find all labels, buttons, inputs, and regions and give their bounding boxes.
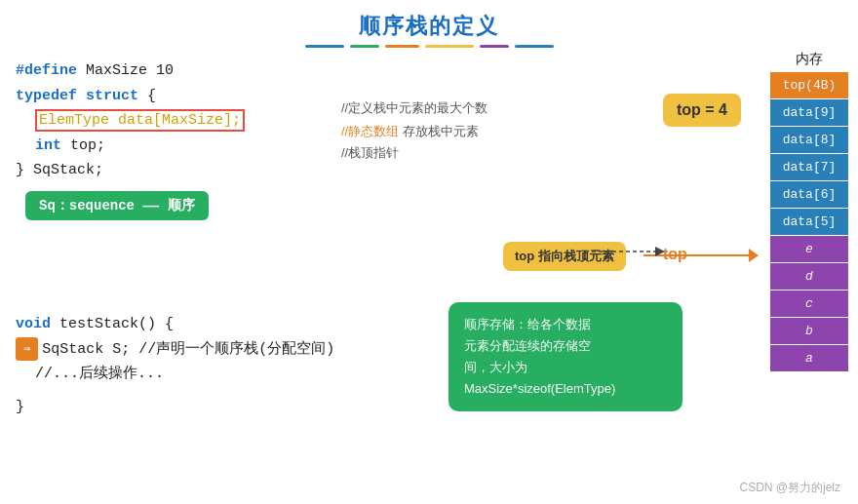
sqstack-code: SqStack S; //声明一个顺序栈(分配空间) [42,337,334,363]
arrow-head [749,249,759,262]
mem-cell-top: top(4B) [770,72,848,99]
memory-column: 内存 top(4B) data[9] data[8] data[7] data[… [770,51,848,372]
mem-cell-data7: data[7] [770,154,848,181]
green-info-line3: 间，大小为 [464,360,527,374]
mem-cell-data9: data[9] [770,99,848,127]
memory-label: 内存 [770,51,848,68]
mem-cell-a: a [770,345,848,372]
underline-blue [305,45,344,48]
close-void: } [16,395,454,420]
comment-data: //静态数组 存放栈中元素 [341,121,488,142]
svg-marker-1 [655,247,665,256]
mem-cell-c: c [770,291,848,318]
comment-ops: //...后续操作... [35,362,454,387]
mem-cell-e: e [770,236,848,263]
green-info-line1: 顺序存储：给各个数据 [464,317,591,331]
comment-data-rest: 存放栈中元素 [403,124,479,138]
mem-cell-d: d [770,263,848,291]
mem-cell-b: b [770,318,848,345]
mem-cell-data8: data[8] [770,127,848,154]
top-var: top; [70,137,105,154]
watermark: CSDN @努力的jelz [739,480,840,496]
struct-kw: struct [86,88,138,104]
underline-blue2 [515,45,554,48]
comment-top: //栈顶指针 [341,142,488,164]
green-info-line4: MaxSize*sizeof(ElemType) [464,381,615,396]
green-badge: Sq：sequence —— 顺序 [25,191,209,220]
sqstack-line: ⇒ SqStack S; //声明一个顺序栈(分配空间) [16,337,454,363]
green-info-line2: 元素分配连续的存储空 [464,338,591,353]
static-label: //静态数组 [341,124,399,138]
define-rest: MaxSize 10 [86,62,174,79]
title-underline [0,45,858,48]
title-area: 顺序栈的定义 [0,0,858,48]
bottom-code-area: void testStack() { ⇒ SqStack S; //声明一个顺序… [16,302,454,419]
comment-col: //定义栈中元素的最大个数 //静态数组 存放栈中元素 //栈顶指针 [341,97,488,164]
void-rest: testStack() { [59,316,174,332]
underline-purple [480,45,509,48]
comment-define: //定义栈中元素的最大个数 [341,97,488,119]
brace-open: { [147,88,156,104]
arrow-bullet: ⇒ [16,337,38,361]
page-title: 顺序栈的定义 [0,12,858,41]
define-line: #define MaxSize 10 [16,58,484,84]
bottom-code-block: void testStack() { ⇒ SqStack S; //声明一个顺序… [16,312,454,419]
green-info-box: 顺序存储：给各个数据 元素分配连续的存储空 间，大小为 MaxSize*size… [448,302,682,411]
data-highlighted: ElemType data[MaxSize]; [35,109,245,132]
underline-orange [385,45,419,48]
mem-cell-data5: data[5] [770,209,848,236]
top-badge: top = 4 [663,94,741,127]
main-container: { "title": { "text": "顺序栈的定义", "underlin… [0,0,858,504]
dashed-arrow-svg [585,242,682,261]
void-keyword: void [16,316,51,332]
int-keyword: int [35,137,61,154]
define-keyword: #define [16,62,77,79]
void-line: void testStack() { [16,312,454,337]
underline-yellow [425,45,474,48]
underline-green [350,45,379,48]
mem-cell-data6: data[6] [770,181,848,209]
typedef-keyword: typedef [16,88,77,104]
